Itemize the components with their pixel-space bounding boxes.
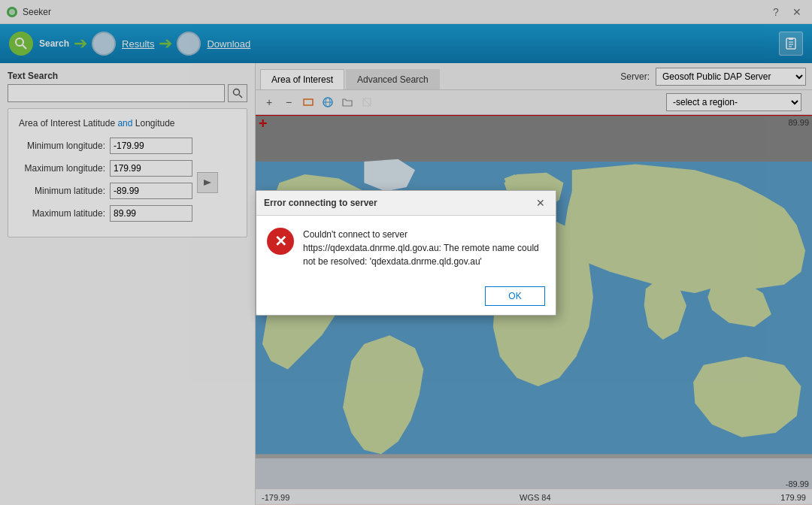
- ok-button[interactable]: OK: [485, 286, 545, 306]
- error-line1: Couldn't connect to server: [303, 228, 539, 241]
- dialog-title: Error connecting to server: [264, 198, 377, 208]
- dialog-titlebar: Error connecting to server ✕: [256, 191, 556, 216]
- error-line3: not be resolved: 'qdexdata.dnrme.qld.gov…: [303, 255, 539, 268]
- dialog-footer: OK: [256, 280, 556, 315]
- error-icon: ✕: [267, 228, 294, 255]
- dialog-close-button[interactable]: ✕: [533, 195, 548, 210]
- error-line2: https://qdexdata.dnrme.qld.gov.au: The r…: [303, 241, 539, 255]
- error-dialog: Error connecting to server ✕ ✕ Couldn't …: [256, 190, 556, 316]
- dialog-body: ✕ Couldn't connect to server https://qde…: [256, 216, 556, 280]
- error-message: Couldn't connect to server https://qdexd…: [303, 228, 539, 268]
- error-overlay: Error connecting to server ✕ ✕ Couldn't …: [0, 0, 812, 505]
- error-icon-symbol: ✕: [274, 232, 287, 250]
